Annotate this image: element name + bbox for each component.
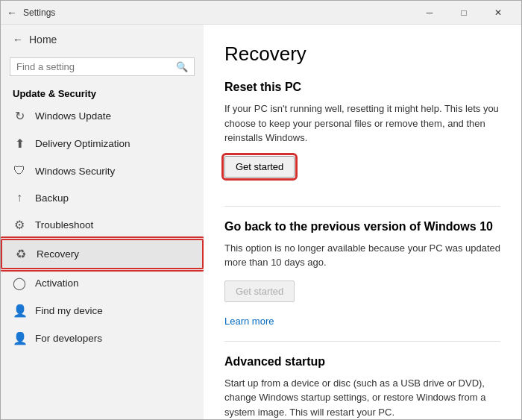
- goback-section-desc: This option is no longer available becau…: [224, 241, 500, 270]
- activation-icon: ◯: [13, 276, 26, 290]
- sidebar-item-label-delivery-optimization: Delivery Optimization: [35, 138, 130, 149]
- sidebar-item-activation[interactable]: ◯Activation: [1, 269, 204, 297]
- find-my-device-icon: 👤: [13, 304, 26, 318]
- goback-section-title: Go back to the previous version of Windo…: [224, 220, 500, 233]
- close-button[interactable]: ✕: [481, 1, 515, 25]
- sidebar-item-label-backup: Backup: [35, 192, 69, 204]
- reset-section-title: Reset this PC: [224, 81, 500, 94]
- window: ← Settings ─ □ ✕ ← Home 🔍 Update & Secur…: [0, 0, 522, 420]
- main-content: Recovery Reset this PC If your PC isn't …: [204, 25, 521, 419]
- reset-get-started-button[interactable]: Get started: [224, 156, 295, 178]
- sidebar-items-container: ↻Windows Update⬆Delivery Optimization🛡Wi…: [1, 102, 204, 352]
- goback-get-started-button: Get started: [224, 280, 295, 302]
- sidebar: ← Home 🔍 Update & Security ↻Windows Upda…: [1, 25, 204, 419]
- troubleshoot-icon: ⚙: [13, 218, 26, 232]
- advanced-section-title: Advanced startup: [224, 355, 500, 369]
- sidebar-section-title: Update & Security: [1, 82, 204, 102]
- sidebar-item-windows-update[interactable]: ↻Windows Update: [1, 102, 204, 130]
- sidebar-item-recovery[interactable]: ♻Recovery: [1, 239, 204, 269]
- home-label: Home: [29, 34, 57, 46]
- reset-section-desc: If your PC isn't running well, resetting…: [224, 101, 500, 145]
- learn-more-link[interactable]: Learn more: [224, 316, 274, 327]
- title-bar: ← Settings ─ □ ✕: [1, 1, 521, 25]
- sidebar-item-label-recovery: Recovery: [37, 248, 79, 260]
- content-area: ← Home 🔍 Update & Security ↻Windows Upda…: [1, 25, 521, 419]
- sidebar-item-delivery-optimization[interactable]: ⬆Delivery Optimization: [1, 130, 204, 157]
- sidebar-item-troubleshoot[interactable]: ⚙Troubleshoot: [1, 211, 204, 239]
- backup-icon: ↑: [13, 191, 26, 204]
- sidebar-item-label-windows-security: Windows Security: [35, 166, 115, 177]
- page-title: Recovery: [224, 43, 500, 66]
- window-title: Settings: [23, 7, 55, 18]
- search-box[interactable]: 🔍: [10, 57, 195, 76]
- search-icon: 🔍: [176, 61, 188, 72]
- minimize-button[interactable]: ─: [412, 1, 447, 25]
- sidebar-home-item[interactable]: ← Home: [1, 25, 204, 54]
- sidebar-item-label-troubleshoot: Troubleshoot: [35, 219, 93, 231]
- divider-1: [224, 206, 500, 207]
- sidebar-item-windows-security[interactable]: 🛡Windows Security: [1, 157, 204, 184]
- sidebar-item-backup[interactable]: ↑Backup: [1, 184, 204, 211]
- sidebar-item-find-my-device[interactable]: 👤Find my device: [1, 297, 204, 325]
- maximize-button[interactable]: □: [447, 1, 481, 25]
- recovery-icon: ♻: [14, 247, 28, 261]
- divider-2: [224, 341, 500, 342]
- title-bar-left: ← Settings: [7, 7, 412, 19]
- sidebar-item-label-find-my-device: Find my device: [35, 305, 103, 316]
- home-back-icon: ←: [13, 34, 23, 46]
- sidebar-item-label-for-developers: For developers: [35, 333, 102, 344]
- sidebar-item-label-activation: Activation: [35, 278, 79, 289]
- title-bar-controls: ─ □ ✕: [412, 1, 515, 25]
- back-arrow-icon[interactable]: ←: [7, 7, 17, 19]
- for-developers-icon: 👤: [13, 331, 26, 345]
- sidebar-item-label-windows-update: Windows Update: [35, 110, 111, 122]
- sidebar-item-for-developers[interactable]: 👤For developers: [1, 325, 204, 352]
- delivery-optimization-icon: ⬆: [13, 137, 26, 151]
- windows-security-icon: 🛡: [13, 164, 26, 178]
- advanced-section-desc: Start up from a device or disc (such as …: [224, 376, 500, 420]
- windows-update-icon: ↻: [13, 109, 26, 123]
- search-input[interactable]: [16, 61, 172, 72]
